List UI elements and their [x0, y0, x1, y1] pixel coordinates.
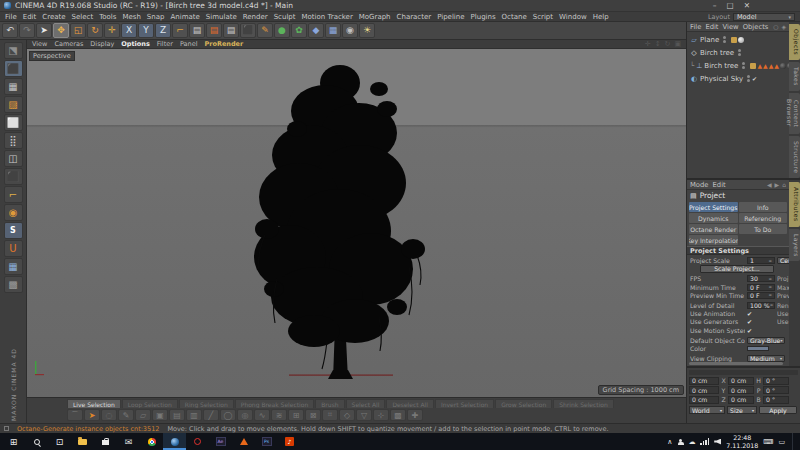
use-generators-checkbox[interactable]: ✔	[747, 318, 775, 325]
spline-pen-icon[interactable]: ✎	[257, 23, 273, 38]
attribute-tab[interactable]: Referencing	[739, 213, 788, 223]
menu-item[interactable]: Character	[394, 13, 435, 21]
attribute-side-tab[interactable]: Attributes	[789, 182, 800, 227]
clock[interactable]: 22:48 7.11.2018	[726, 434, 758, 450]
close-button[interactable]: ✕	[744, 1, 750, 10]
texture-mode-icon[interactable]: ▦	[4, 78, 23, 95]
network-icon[interactable]	[700, 438, 709, 445]
menu-item[interactable]: Edit	[20, 13, 40, 21]
attribute-menu-item[interactable]: Mode	[690, 181, 709, 189]
position-x-input[interactable]: 0 cm	[689, 377, 719, 385]
magnet-icon[interactable]: U	[4, 240, 23, 257]
palette-tab[interactable]: Live Selection	[67, 399, 121, 408]
object-axis-mode-icon[interactable]: ⌐	[4, 186, 23, 203]
view-clipping-dropdown[interactable]: Medium	[747, 355, 785, 362]
mograph-icon[interactable]: ✿	[291, 23, 307, 38]
attribute-tab[interactable]: Project Settings	[689, 202, 738, 212]
use-motion-system-checkbox[interactable]: ✔	[747, 327, 775, 334]
object-manager-menu-item[interactable]: Objects	[743, 23, 769, 31]
visibility-dots[interactable]	[738, 49, 741, 56]
plane-cut-tool-icon[interactable]: ▱	[135, 409, 151, 421]
visibility-dots[interactable]	[742, 62, 745, 69]
minimize-button[interactable]: –	[713, 1, 717, 10]
texture-axis-mode-icon[interactable]: ▨	[4, 96, 23, 113]
search-button[interactable]	[25, 433, 48, 450]
palette-tab[interactable]: Invert Selection	[435, 399, 494, 408]
menu-item[interactable]: Window	[556, 13, 590, 21]
last-tool-icon[interactable]: ✛	[104, 23, 120, 38]
forward-icon[interactable]: ▶	[775, 181, 780, 188]
mail-icon[interactable]: ✉	[117, 433, 140, 450]
symmetry-tool-icon[interactable]: ✚	[407, 409, 423, 421]
array-tool-icon[interactable]: ▩	[390, 409, 406, 421]
start-button[interactable]: ⊞	[2, 433, 25, 450]
scale-project-button[interactable]: Scale Project...	[700, 265, 774, 273]
camera-label[interactable]: Perspective	[29, 51, 75, 61]
make-editable-icon[interactable]: ⬔	[4, 42, 23, 59]
default-object-color-dropdown[interactable]: Gray-Blue	[747, 337, 785, 344]
menu-item[interactable]: Tools	[96, 13, 119, 21]
palette-tab[interactable]: Shrink Selection	[553, 399, 614, 408]
spline-arc-tool-icon[interactable]: ⌒	[67, 409, 83, 421]
show-hidden-icons-chevron[interactable]: ∧	[667, 438, 672, 446]
lock-icon[interactable]: ⌂	[782, 181, 786, 188]
viewport-menu-item[interactable]: View	[32, 40, 47, 48]
after-effects-icon[interactable]: Ae	[209, 433, 232, 450]
workplane-mode-icon[interactable]: ⬜	[4, 114, 23, 131]
deformer-icon[interactable]: ◆	[308, 23, 324, 38]
attribute-side-tab[interactable]: Layers	[789, 229, 800, 262]
rotation-b-input[interactable]: 0 °	[763, 396, 789, 404]
weld-tool-icon[interactable]: ∿	[254, 409, 270, 421]
file-explorer-icon[interactable]	[71, 433, 94, 450]
palette-tab[interactable]: Loop Selection	[122, 399, 178, 408]
back-icon[interactable]: ◀	[767, 181, 772, 188]
section-header[interactable]: Project Settings	[687, 246, 789, 255]
iron-tool-icon[interactable]: ◇	[339, 409, 355, 421]
viewport-menu-item[interactable]: Panel	[180, 40, 198, 48]
x-axis-lock-icon[interactable]: X	[121, 23, 137, 38]
enabled-check-icon[interactable]: ✔	[752, 75, 757, 82]
menu-item[interactable]: MoGraph	[356, 13, 394, 21]
polygon-pen-tool-icon[interactable]: ✎	[118, 409, 134, 421]
linear-workflow-checkbox[interactable]: ✔	[747, 365, 775, 366]
toggle-view-icon[interactable]: ▣	[674, 40, 681, 48]
live-selection-icon[interactable]: ➤	[36, 23, 52, 38]
project-scale-input[interactable]: 1	[747, 257, 775, 264]
knife-tool-icon[interactable]: ╱	[203, 409, 219, 421]
lasso-selection-tool-icon[interactable]: ◌	[101, 409, 117, 421]
cinema4d-icon[interactable]	[163, 433, 186, 450]
attribute-tab[interactable]: Key Interpolation	[689, 235, 738, 245]
menu-item[interactable]: Render	[240, 13, 271, 21]
attribute-tab[interactable]: To Do	[739, 224, 788, 234]
coord-system-icon[interactable]: ⌐	[172, 23, 188, 38]
zoom-view-icon[interactable]: ↕	[655, 40, 661, 48]
workplane-grid-icon[interactable]: ▦	[4, 258, 23, 275]
people-icon[interactable]	[677, 439, 683, 445]
menu-item[interactable]: Simulate	[203, 13, 240, 21]
volume-icon[interactable]	[714, 439, 721, 445]
render-settings-icon[interactable]: ▤	[223, 23, 239, 38]
bevel-tool-icon[interactable]: ⊠	[305, 409, 321, 421]
viewport-menu-item[interactable]: Options	[121, 40, 149, 48]
task-view-button[interactable]: ⊡	[48, 433, 71, 450]
store-icon[interactable]	[94, 433, 117, 450]
menu-item[interactable]: Create	[39, 13, 68, 21]
attribute-tab[interactable]: Octane Render	[689, 224, 738, 234]
inner-extrude-tool-icon[interactable]: ▤	[169, 409, 185, 421]
menu-item[interactable]: Snap	[144, 13, 168, 21]
palette-tab[interactable]: Ring Selection	[179, 399, 234, 408]
object-row-plane[interactable]: ▱ Plane	[687, 33, 789, 46]
viewport-menu-item[interactable]: Filter	[157, 40, 173, 48]
palette-tab[interactable]: Select All	[346, 399, 386, 408]
rotate-tool-icon[interactable]: ↻	[87, 23, 103, 38]
scale-tool-icon[interactable]: ◱	[70, 23, 86, 38]
live-selection-tool-icon[interactable]: ➤	[84, 409, 100, 421]
snap-icon[interactable]: S	[4, 222, 23, 239]
object-row-birch-tree-child[interactable]: └ ⊥ Birch tree ▲ ▲ ▲ ▲	[687, 59, 789, 72]
edges-mode-icon[interactable]: ◫	[4, 150, 23, 167]
material-tag-icon[interactable]	[780, 63, 786, 69]
environment-icon[interactable]: ▦	[325, 23, 341, 38]
size-y-input[interactable]: 0 cm	[728, 386, 754, 394]
stitch-sew-tool-icon[interactable]: ⊞	[288, 409, 304, 421]
manager-side-tab[interactable]: Content Browser	[789, 93, 800, 133]
